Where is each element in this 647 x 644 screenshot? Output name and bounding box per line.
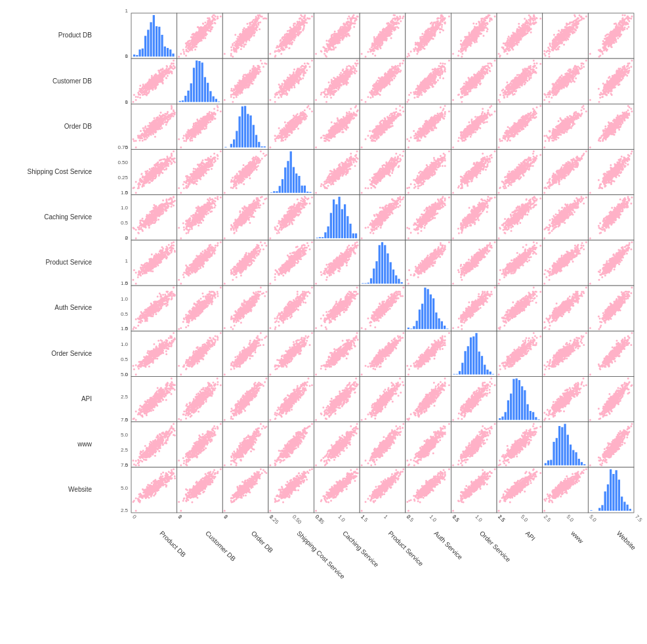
scatter-matrix-canvas xyxy=(0,0,647,644)
chart-container xyxy=(0,0,647,644)
